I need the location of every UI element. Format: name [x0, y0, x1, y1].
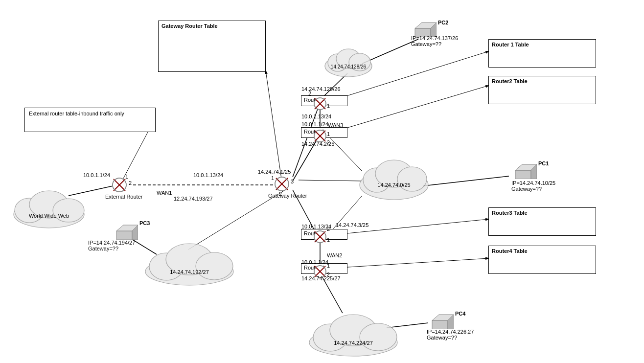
- svg-line-22: [120, 125, 152, 185]
- ext-label-right: 2: [129, 180, 132, 186]
- pc3-gw: Gateway=??: [88, 246, 118, 251]
- router3-table: Router3 Table: [488, 207, 596, 236]
- svg-marker-78: [116, 231, 132, 240]
- gw-port1: 1: [271, 175, 274, 181]
- pc1-label: PC1: [538, 160, 549, 166]
- r4-port2: 2: [327, 272, 330, 277]
- pc2-gw: Gateway=??: [411, 41, 441, 47]
- r2-ip-upper: 10.0.1.1/24: [301, 121, 328, 127]
- r2-port1: 1: [327, 131, 330, 137]
- router3-icon: [313, 230, 327, 244]
- gateway-router-icon: [274, 176, 290, 192]
- svg-point-36: [196, 252, 233, 280]
- r2-ip-lower: 14.24.74.2/25: [301, 141, 334, 147]
- svg-marker-81: [432, 320, 448, 329]
- pc4-gw: Gateway=??: [427, 335, 457, 340]
- svg-text:14.24.74.192/27: 14.24.74.192/27: [170, 269, 209, 275]
- r1-ip-lower: 10.0.1.13/24: [301, 113, 331, 119]
- external-router-label: External Router: [105, 194, 142, 200]
- r3-ip-upper: 10.0.1.13/24: [301, 224, 331, 229]
- ext-label-left: 1: [125, 174, 128, 180]
- r1-ip-upper: 14.24.74.129/26: [301, 86, 341, 92]
- wan3-label: WAN3: [328, 122, 343, 128]
- svg-marker-75: [515, 170, 531, 179]
- r3-port1: 1: [327, 237, 330, 243]
- pc4-icon: [428, 306, 454, 329]
- wan1-subnet: 12.24.74.193/27: [174, 196, 213, 202]
- pc2-label: PC2: [438, 20, 448, 25]
- svg-text:World Wide Web: World Wide Web: [29, 213, 69, 219]
- pc4-ip: IP=14.24.74.226.27: [427, 329, 474, 335]
- gateway-router-table: Gateway Router Table: [158, 21, 266, 72]
- ext-ip-left: 10.0.1.1/24: [83, 172, 110, 178]
- cloud-www: World Wide Web: [10, 186, 88, 232]
- gw-port2: 2: [279, 191, 282, 197]
- pc2-ip: IP=14.24.74.137/26: [411, 35, 458, 41]
- pc3-label: PC3: [139, 220, 150, 226]
- r3-ip-upper2: 14.24.74.3/25: [336, 222, 368, 228]
- pc1-ip: IP=14.24.74.10/25: [511, 180, 555, 186]
- r4-ip-lower: 14.24.74.225/27: [301, 275, 341, 281]
- r4-port1: 1: [327, 263, 330, 269]
- pc2-icon: [411, 14, 437, 37]
- wan1-label: WAN1: [157, 190, 172, 196]
- router1-table: Router 1 Table: [488, 39, 596, 68]
- svg-text:14.24.74.128/26: 14.24.74.128/26: [331, 64, 367, 69]
- svg-line-20: [333, 258, 488, 268]
- svg-line-14: [423, 176, 509, 186]
- cloud-lower-right: 14.24.74.224/27: [306, 311, 401, 360]
- svg-line-5: [299, 180, 362, 181]
- external-router-info: External router table-inbound traffic on…: [24, 108, 156, 132]
- pc4-label: PC4: [455, 311, 465, 317]
- router2-table: Router2 Table: [488, 76, 596, 104]
- r1-port1: 1: [327, 103, 330, 109]
- gateway-router-label: Gateway Router: [268, 193, 307, 199]
- router4-table: Router4 Table: [488, 246, 596, 274]
- gw-port3: 3: [291, 179, 294, 184]
- gw-ip-left: 10.0.1.13/24: [193, 172, 223, 178]
- cloud-lower-left: 14.24.74.192/27: [142, 240, 237, 289]
- svg-point-41: [360, 323, 397, 351]
- pc3-icon: [113, 216, 138, 240]
- svg-line-21: [266, 71, 281, 179]
- svg-text:14.24.74.0/25: 14.24.74.0/25: [377, 182, 410, 188]
- svg-text:14.24.74.224/27: 14.24.74.224/27: [334, 340, 373, 346]
- pc3-ip: IP=14.24.74.194/27: [88, 240, 135, 246]
- r4-ip-upper: 10.0.1.1/24: [301, 259, 328, 265]
- cloud-upper: 14.24.74.128/26: [323, 39, 374, 78]
- svg-line-18: [333, 86, 488, 132]
- cloud-mid: 14.24.74.0/25: [357, 152, 431, 203]
- pc1-icon: [511, 156, 537, 179]
- router1-icon: [313, 97, 327, 111]
- gw-ip-r1: 14.24.74.1/25: [258, 169, 291, 175]
- pc1-gw: Gateway=??: [511, 186, 542, 192]
- wan2-label: WAN2: [327, 252, 342, 258]
